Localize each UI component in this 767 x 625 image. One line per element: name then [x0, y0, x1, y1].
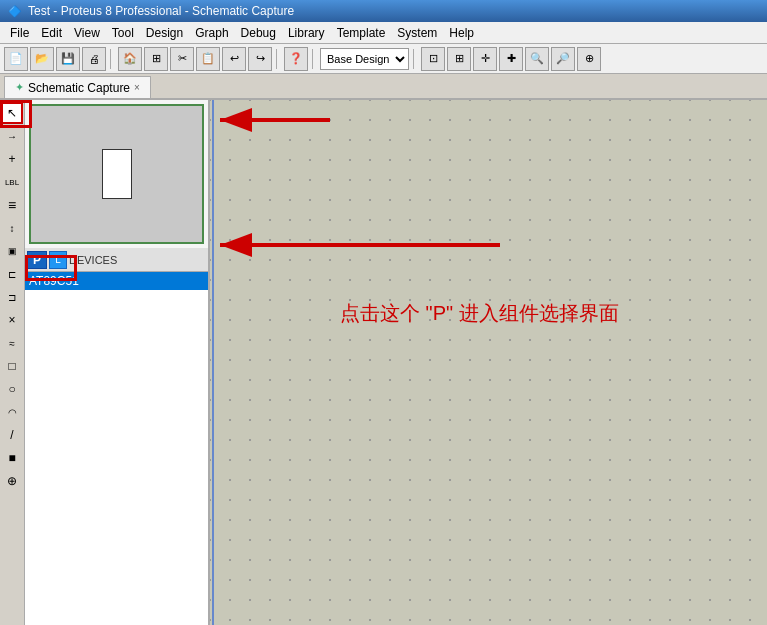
toolbar-zoom-in[interactable]: 🔍	[525, 47, 549, 71]
toolbar-cross[interactable]: ✛	[473, 47, 497, 71]
tool-script[interactable]: ≈	[1, 332, 23, 354]
library-button[interactable]: L	[49, 251, 67, 269]
toolbar-zoom-area[interactable]: ⊕	[577, 47, 601, 71]
design-select[interactable]: Base Design	[320, 48, 409, 70]
tool-rect[interactable]: □	[1, 355, 23, 377]
menu-help[interactable]: Help	[443, 24, 480, 42]
toolbar-grid[interactable]: ⊞	[144, 47, 168, 71]
left-tool-panel: ↖ → + LBL ≡ ↕ ▣ ⊏ ⊐ × ≈ □ ○ ◠ / ■ ⊕	[0, 100, 25, 625]
toolbar-open[interactable]: 📂	[30, 47, 54, 71]
toolbar-undo[interactable]: ↩	[222, 47, 246, 71]
tool-no-connect[interactable]: ×	[1, 309, 23, 331]
toolbar-print[interactable]: 🖨	[82, 47, 106, 71]
devices-label: DEVICES	[69, 254, 117, 266]
sidebar: P L DEVICES AT89C51	[25, 100, 210, 625]
window-title: Test - Proteus 8 Professional - Schemati…	[28, 4, 294, 18]
menu-template[interactable]: Template	[331, 24, 392, 42]
tab-schematic-capture[interactable]: ✦ Schematic Capture ×	[4, 76, 151, 98]
preview-component	[102, 149, 132, 199]
menu-bar: File Edit View Tool Design Graph Debug L…	[0, 22, 767, 44]
title-bar: 🔷 Test - Proteus 8 Professional - Schema…	[0, 0, 767, 22]
tool-port-in[interactable]: ⊏	[1, 263, 23, 285]
tool-component[interactable]: →	[1, 125, 23, 147]
toolbar-pan[interactable]: ✚	[499, 47, 523, 71]
add-component-button[interactable]: P	[27, 251, 47, 269]
toolbar: 📄 📂 💾 🖨 🏠 ⊞ ✂ 📋 ↩ ↪ ❓ Base Design ⊡ ⊞ ✛ …	[0, 44, 767, 74]
tab-close-button[interactable]: ×	[134, 82, 140, 93]
arrows-overlay	[210, 100, 767, 625]
sep1	[110, 49, 114, 69]
tool-select[interactable]: ↖	[1, 102, 23, 124]
tool-fill[interactable]: ■	[1, 447, 23, 469]
menu-edit[interactable]: Edit	[35, 24, 68, 42]
menu-debug[interactable]: Debug	[235, 24, 282, 42]
component-list[interactable]: AT89C51	[25, 272, 208, 625]
menu-view[interactable]: View	[68, 24, 106, 42]
toolbar-zoom-out[interactable]: 🔎	[551, 47, 575, 71]
tool-subsheet[interactable]: ▣	[1, 240, 23, 262]
sep3	[312, 49, 316, 69]
toolbar-copy[interactable]: 📋	[196, 47, 220, 71]
menu-design[interactable]: Design	[140, 24, 189, 42]
tool-line[interactable]: /	[1, 424, 23, 446]
toolbar-save[interactable]: 💾	[56, 47, 80, 71]
main-area: ↖ → + LBL ≡ ↕ ▣ ⊏ ⊐ × ≈ □ ○ ◠ / ■ ⊕ P L …	[0, 100, 767, 625]
tab-label: Schematic Capture	[28, 81, 130, 95]
tool-bus[interactable]: ≡	[1, 194, 23, 216]
component-item-at89c51[interactable]: AT89C51	[25, 272, 208, 290]
menu-tool[interactable]: Tool	[106, 24, 140, 42]
tool-terminal[interactable]: ↕	[1, 217, 23, 239]
sep2	[276, 49, 280, 69]
toolbar-new[interactable]: 📄	[4, 47, 28, 71]
menu-library[interactable]: Library	[282, 24, 331, 42]
toolbar-home[interactable]: 🏠	[118, 47, 142, 71]
tool-port-out[interactable]: ⊐	[1, 286, 23, 308]
tool-label[interactable]: LBL	[1, 171, 23, 193]
toolbar-grid2[interactable]: ⊞	[447, 47, 471, 71]
toolbar-help[interactable]: ❓	[284, 47, 308, 71]
toolbar-cut[interactable]: ✂	[170, 47, 194, 71]
tab-bar: ✦ Schematic Capture ×	[0, 74, 767, 100]
toolbar-redo[interactable]: ↪	[248, 47, 272, 71]
title-icon: 🔷	[8, 5, 22, 18]
tool-symbol[interactable]: ⊕	[1, 470, 23, 492]
guide-line	[212, 100, 214, 625]
schematic-canvas[interactable]: 点击这个 "P" 进入组件选择界面	[210, 100, 767, 625]
toolbar-zoom-fit[interactable]: ⊡	[421, 47, 445, 71]
tool-circle[interactable]: ○	[1, 378, 23, 400]
menu-system[interactable]: System	[391, 24, 443, 42]
sep4	[413, 49, 417, 69]
tool-wire[interactable]: +	[1, 148, 23, 170]
tool-arc[interactable]: ◠	[1, 401, 23, 423]
annotation-text: 点击这个 "P" 进入组件选择界面	[340, 300, 619, 327]
component-preview	[29, 104, 204, 244]
tab-icon: ✦	[15, 81, 24, 94]
menu-file[interactable]: File	[4, 24, 35, 42]
menu-graph[interactable]: Graph	[189, 24, 234, 42]
component-list-header: P L DEVICES	[25, 248, 208, 272]
